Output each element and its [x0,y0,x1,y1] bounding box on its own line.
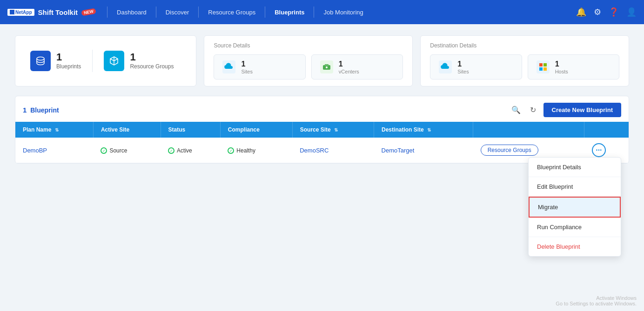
active-site-value: Source [109,147,127,154]
blueprints-text: 1 Blueprints [56,52,81,70]
table-actions: 🔍 ↻ Create New Blueprint [510,103,621,117]
table-header-row: 1 Blueprint 🔍 ↻ Create New Blueprint [15,96,629,122]
search-button[interactable]: 🔍 [510,104,523,116]
resource-groups-stat: 1 Resource Groups [93,47,185,75]
col-destination-site: Destination Site ⇅ [374,122,473,138]
source-sites-text: 1 Sites [241,60,252,74]
netapp-logo-square [10,10,14,14]
blueprints-label: Blueprints [56,63,81,70]
more-actions-button[interactable]: ··· [592,143,606,157]
notification-icon[interactable]: 🔔 [576,7,586,17]
nav-discover[interactable]: Discover [160,6,195,19]
blueprints-table: Plan Name ⇅ Active Site Status Complianc… [15,122,629,163]
menu-item-run-compliance[interactable]: Run Compliance [529,218,621,237]
stats-row: 1 Blueprints 1 Resource Groups [15,35,629,86]
nav-job-monitoring[interactable]: Job Monitoring [318,6,369,19]
shift-toolkit-label: Shift Toolkit [38,8,78,16]
resource-groups-icon [104,51,124,71]
source-sites-label: Sites [241,69,252,74]
nav-divider-2 [156,7,156,18]
table-header-row-tr: Plan Name ⇅ Active Site Status Complianc… [15,122,629,138]
sort-source-site-icon[interactable]: ⇅ [334,127,338,132]
settings-icon[interactable]: ⚙ [594,7,601,17]
resource-groups-count: 1 [130,52,174,62]
destination-details-card: Destination Details 1 Sites [420,35,629,86]
active-site-dot [101,147,107,154]
netapp-label: NetApp [15,10,32,15]
nav-dashboard[interactable]: Dashboard [111,6,152,19]
menu-item-blueprint-details[interactable]: Blueprint Details [529,158,621,177]
source-details-card: Source Details 1 Sites [204,35,413,86]
source-details-title: Source Details [214,42,403,49]
table-section: 1 Blueprint 🔍 ↻ Create New Blueprint Pla… [15,96,629,164]
compliance-dot [228,147,234,154]
menu-item-edit-blueprint[interactable]: Edit Blueprint [529,177,621,197]
svg-rect-6 [537,60,550,73]
nav-blueprints[interactable]: Blueprints [269,6,310,19]
destination-details-title: Destination Details [430,42,619,49]
nav-divider [107,7,107,18]
nav-resource-groups[interactable]: Resource Groups [202,6,261,19]
blueprints-count: 1 [56,52,81,62]
navbar: NetApp Shift Toolkit NEW Dashboard Disco… [0,0,644,24]
hosts-count: 1 [555,60,568,68]
table-body: DemoBP Source Active [15,138,629,163]
hosts-text: 1 Hosts [555,60,568,74]
user-avatar[interactable]: 👤 [626,7,637,17]
blueprint-count-label: Blueprint [30,106,59,114]
dest-sites-item: 1 Sites [430,54,522,79]
source-site-link[interactable]: DemoSRC [300,147,329,154]
sort-dest-site-icon[interactable]: ⇅ [427,127,431,132]
status-value: Active [177,147,192,154]
dest-sites-count: 1 [457,60,469,68]
table-thead: Plan Name ⇅ Active Site Status Complianc… [15,122,629,138]
svg-rect-7 [539,63,543,66]
nav-divider-3 [198,7,199,18]
navbar-right: 🔔 ⚙ ❓ 👤 [576,7,637,17]
help-icon[interactable]: ❓ [609,7,619,17]
cell-plan-name: DemoBP [15,138,93,163]
vcenters-count: 1 [339,60,359,68]
table-row: DemoBP Source Active [15,138,629,163]
menu-item-migrate[interactable]: Migrate [529,197,621,218]
active-site-badge: Source [101,147,127,154]
compliance-value: Healthy [236,147,255,154]
col-plan-name: Plan Name ⇅ [15,122,93,138]
vcenters-label: vCenters [339,69,359,74]
menu-item-delete-blueprint[interactable]: Delete Blueprint [529,237,621,256]
dest-cloud-icon [438,60,453,74]
refresh-button[interactable]: ↻ [528,104,538,116]
netapp-logo: NetApp [7,9,34,16]
vcenters-item: 1 vCenters [311,54,403,79]
cell-compliance: Healthy [220,138,292,163]
create-new-blueprint-button[interactable]: Create New Blueprint [543,103,621,117]
main-content: 1 Blueprints 1 Resource Groups [0,24,644,311]
vcenters-text: 1 vCenters [339,60,359,74]
plan-name-link[interactable]: DemoBP [23,147,47,154]
col-actions1 [473,122,584,138]
nav-divider-4 [265,7,265,18]
hosts-label: Hosts [555,69,568,74]
blueprint-count: 1 Blueprint [23,106,59,114]
nav-divider-5 [314,7,314,18]
sort-plan-name-icon[interactable]: ⇅ [55,127,59,132]
svg-rect-8 [543,63,547,66]
resource-groups-button[interactable]: Resource Groups [481,145,538,156]
destination-site-link[interactable]: DemoTarget [382,147,415,154]
cell-status: Active [161,138,220,163]
new-badge: NEW [81,8,96,16]
source-details-items: 1 Sites 1 vCente [214,54,403,79]
hosts-item: 1 Hosts [528,54,619,79]
col-active-site: Active Site [93,122,161,138]
col-compliance: Compliance [220,122,292,138]
cloud-icon [221,60,236,74]
context-menu-wrapper: ··· Blueprint Details Edit Blueprint Mig… [592,143,621,157]
main-stats-card: 1 Blueprints 1 Resource Groups [15,35,196,86]
vcenter-icon [319,60,334,74]
cell-active-site: Source [93,138,161,163]
status-badge: Active [168,147,192,154]
blueprint-count-num: 1 [23,106,27,114]
dest-sites-label: Sites [457,69,469,74]
svg-point-0 [37,57,44,60]
source-sites-item: 1 Sites [214,54,305,79]
